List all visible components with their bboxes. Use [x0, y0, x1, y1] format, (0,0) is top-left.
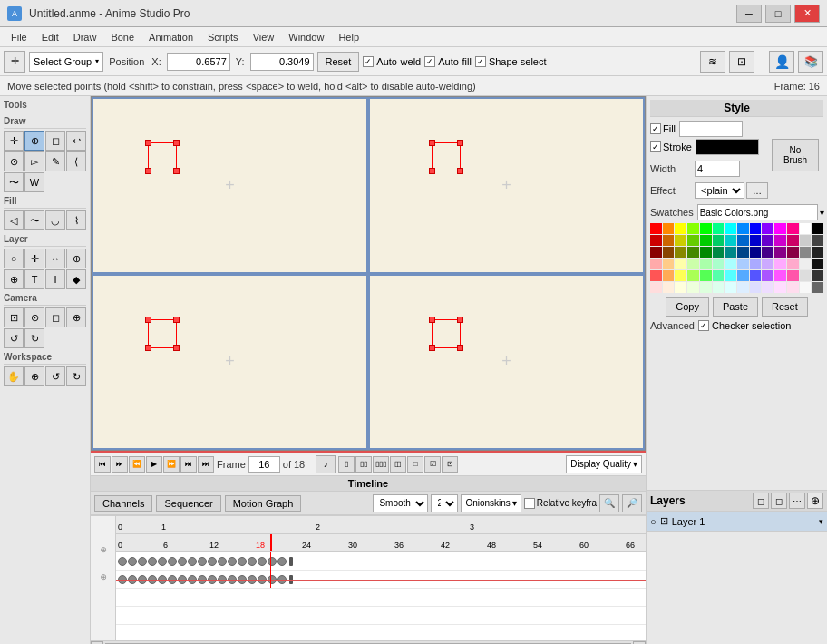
- color-swatch[interactable]: [687, 235, 699, 246]
- no-brush-button[interactable]: NoBrush: [772, 139, 819, 171]
- color-swatch[interactable]: [675, 235, 686, 246]
- color-swatch[interactable]: [713, 282, 725, 293]
- color-swatch[interactable]: [700, 259, 712, 269]
- menu-help[interactable]: Help: [331, 30, 366, 44]
- play-button[interactable]: ▶: [146, 456, 162, 473]
- checker-selection-check[interactable]: ✓ Checker selection: [698, 320, 791, 331]
- color-swatch[interactable]: [750, 259, 762, 269]
- color-swatch[interactable]: [687, 282, 699, 293]
- display-quality-dropdown[interactable]: Display Quality ▾: [566, 455, 642, 473]
- layers-btn-add[interactable]: ⊕: [807, 493, 823, 509]
- color-swatch[interactable]: [725, 235, 736, 246]
- color-swatch[interactable]: [750, 223, 762, 234]
- checker-selection-checkbox[interactable]: ✓: [698, 320, 709, 331]
- color-swatch[interactable]: [812, 282, 823, 293]
- color-swatch[interactable]: [800, 223, 812, 234]
- color-swatch[interactable]: [713, 247, 725, 258]
- tab-sequencer[interactable]: Sequencer: [156, 495, 220, 512]
- color-swatch[interactable]: [650, 235, 662, 246]
- tool-fill-3[interactable]: ◡: [45, 210, 65, 230]
- tool-camera-4[interactable]: ⊕: [66, 307, 86, 327]
- tool-layer-1[interactable]: ○: [4, 249, 24, 268]
- zoom-in-icon[interactable]: 🔍: [599, 494, 619, 512]
- tool-layer-7[interactable]: I: [45, 269, 65, 289]
- menu-view[interactable]: View: [246, 30, 282, 44]
- next-keyframe-button[interactable]: ⏭: [180, 456, 197, 473]
- color-swatch[interactable]: [650, 223, 662, 234]
- tool-camera-2[interactable]: ⊙: [24, 307, 44, 327]
- color-swatch[interactable]: [737, 223, 749, 234]
- layers-btn-2[interactable]: ◻: [771, 493, 787, 509]
- color-swatch[interactable]: [650, 282, 662, 293]
- menu-window[interactable]: Window: [281, 30, 331, 44]
- color-swatch[interactable]: [713, 235, 725, 246]
- frame-input[interactable]: [248, 456, 280, 473]
- reset-style-button[interactable]: Reset: [762, 297, 808, 317]
- minimize-button[interactable]: ─: [736, 5, 762, 23]
- tool-workspace-2[interactable]: ⊕: [24, 366, 44, 386]
- color-swatch[interactable]: [737, 259, 749, 269]
- menu-edit[interactable]: Edit: [34, 30, 66, 44]
- color-swatch[interactable]: [725, 270, 736, 281]
- canvas-panel-2[interactable]: +: [368, 97, 645, 274]
- effect-select[interactable]: <plain>: [695, 182, 744, 199]
- tool-fill-4[interactable]: ⌇: [66, 210, 86, 230]
- tool-camera-6[interactable]: ↻: [24, 328, 44, 348]
- color-swatch[interactable]: [700, 235, 712, 246]
- color-swatch[interactable]: [700, 223, 712, 234]
- color-swatch[interactable]: [800, 235, 812, 246]
- prev-frame-button[interactable]: ⏪: [129, 456, 145, 473]
- layer-eye-icon[interactable]: ○: [650, 516, 657, 527]
- timeline-scrollbar[interactable]: ◀ ▶: [91, 640, 646, 644]
- color-swatch[interactable]: [774, 259, 786, 269]
- color-swatch[interactable]: [700, 270, 712, 281]
- fill-check[interactable]: ✓ Fill: [650, 123, 676, 134]
- canvas-panel-1[interactable]: +: [92, 97, 368, 274]
- color-swatch[interactable]: [663, 223, 675, 234]
- color-swatch[interactable]: [750, 270, 762, 281]
- auto-weld-checkbox[interactable]: ✓: [363, 56, 374, 67]
- color-swatch[interactable]: [762, 259, 773, 269]
- color-swatch[interactable]: [725, 223, 736, 234]
- go-end-button[interactable]: ⏭: [112, 456, 128, 473]
- y-input[interactable]: [250, 53, 314, 71]
- pointer-tool-button[interactable]: ✛: [4, 51, 25, 73]
- tool-draw-9[interactable]: 〜: [4, 172, 24, 192]
- color-swatch[interactable]: [650, 247, 662, 258]
- tool-draw-7[interactable]: ✎: [45, 151, 65, 171]
- color-swatch[interactable]: [650, 270, 662, 281]
- color-swatch[interactable]: [787, 259, 799, 269]
- zoom-out-icon[interactable]: 🔎: [622, 494, 642, 512]
- color-swatch[interactable]: [812, 247, 823, 258]
- next-frame-button[interactable]: ⏩: [163, 456, 180, 473]
- color-swatch[interactable]: [774, 282, 786, 293]
- tool-draw-5[interactable]: ⊙: [4, 151, 24, 171]
- color-swatch[interactable]: [713, 223, 725, 234]
- color-swatch[interactable]: [750, 282, 762, 293]
- color-swatch[interactable]: [737, 282, 749, 293]
- tool-draw-10[interactable]: W: [24, 172, 44, 192]
- tool-layer-3[interactable]: ↔: [45, 249, 65, 268]
- menu-scripts[interactable]: Scripts: [200, 30, 246, 44]
- smooth-select[interactable]: Smooth: [373, 494, 428, 512]
- frame-type-1[interactable]: ▯: [338, 456, 355, 473]
- tab-channels[interactable]: Channels: [94, 495, 152, 512]
- color-swatch[interactable]: [787, 270, 799, 281]
- color-swatch[interactable]: [737, 270, 749, 281]
- select-group-dropdown[interactable]: Select Group ▾: [29, 52, 103, 72]
- tool-workspace-1[interactable]: ✋: [4, 366, 24, 386]
- copy-button[interactable]: Copy: [666, 297, 709, 317]
- tool-draw-3[interactable]: ◻: [45, 131, 65, 151]
- color-swatch[interactable]: [774, 247, 786, 258]
- color-swatch[interactable]: [774, 270, 786, 281]
- fill-color-box[interactable]: [679, 121, 743, 137]
- color-swatch[interactable]: [687, 259, 699, 269]
- color-swatch[interactable]: [675, 259, 686, 269]
- color-swatch[interactable]: [687, 270, 699, 281]
- color-swatch[interactable]: [725, 259, 736, 269]
- color-swatch[interactable]: [650, 259, 662, 269]
- menu-draw[interactable]: Draw: [66, 30, 104, 44]
- audio-button[interactable]: ♪: [316, 455, 336, 473]
- color-swatch[interactable]: [812, 270, 823, 281]
- color-swatch[interactable]: [774, 235, 786, 246]
